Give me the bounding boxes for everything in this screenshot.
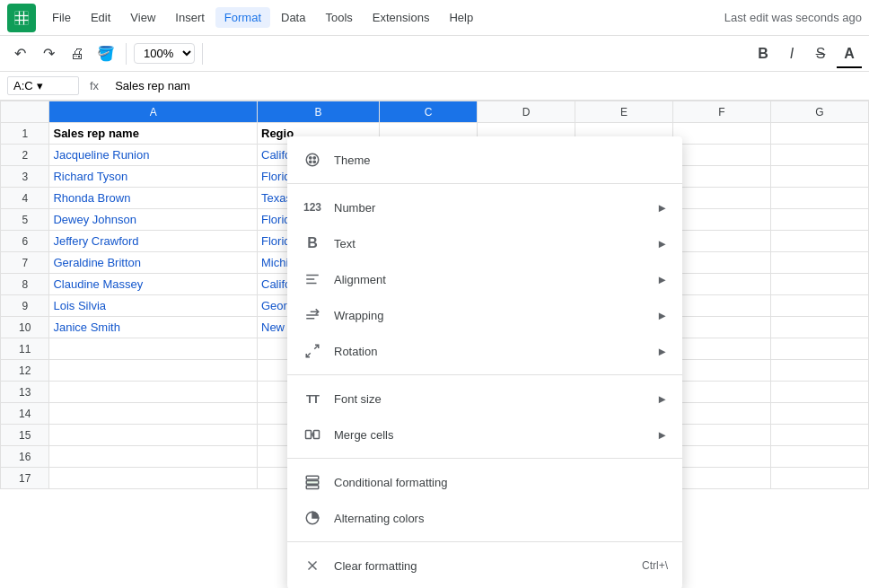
cell-G15[interactable] bbox=[771, 425, 869, 446]
col-header-g[interactable]: G bbox=[771, 101, 869, 123]
dropdown-item-alternating[interactable]: Alternating colors bbox=[287, 500, 682, 536]
menu-extensions[interactable]: Extensions bbox=[364, 7, 439, 28]
cell-G12[interactable] bbox=[771, 360, 869, 382]
cell-F6[interactable] bbox=[673, 231, 771, 252]
cell-G13[interactable] bbox=[771, 382, 869, 403]
cell-F9[interactable] bbox=[673, 295, 771, 317]
cell-reference[interactable]: A:C ▾ bbox=[7, 76, 79, 95]
menu-format[interactable]: Format bbox=[215, 7, 270, 28]
bold-button[interactable]: B bbox=[750, 41, 776, 66]
cell-G5[interactable] bbox=[771, 209, 869, 231]
cell-G8[interactable] bbox=[771, 274, 869, 295]
print-button[interactable]: 🖨 bbox=[65, 41, 90, 66]
cell-a2[interactable]: Jacqueline Runion bbox=[49, 145, 258, 166]
menu-file[interactable]: File bbox=[43, 7, 80, 28]
cell-F1[interactable] bbox=[673, 123, 771, 145]
cell-F4[interactable] bbox=[673, 188, 771, 209]
row-header-8[interactable]: 8 bbox=[1, 274, 49, 295]
cell-a14[interactable] bbox=[49, 403, 258, 425]
undo-button[interactable]: ↶ bbox=[7, 41, 32, 66]
cell-a8[interactable]: Claudine Massey bbox=[49, 274, 258, 295]
row-header-3[interactable]: 3 bbox=[1, 166, 49, 188]
dropdown-item-wrapping[interactable]: Wrapping ► bbox=[287, 297, 682, 333]
cell-G4[interactable] bbox=[771, 188, 869, 209]
cell-G6[interactable] bbox=[771, 231, 869, 252]
dropdown-item-number[interactable]: 123 Number ► bbox=[287, 189, 682, 225]
col-header-f[interactable]: F bbox=[673, 101, 771, 123]
row-header-7[interactable]: 7 bbox=[1, 252, 49, 274]
dropdown-item-theme[interactable]: Theme bbox=[287, 142, 682, 178]
col-header-e[interactable]: E bbox=[575, 101, 673, 123]
row-header-4[interactable]: 4 bbox=[1, 188, 49, 209]
cell-G11[interactable] bbox=[771, 338, 869, 360]
row-header-13[interactable]: 13 bbox=[1, 382, 49, 403]
menu-edit[interactable]: Edit bbox=[82, 7, 119, 28]
menu-data[interactable]: Data bbox=[272, 7, 314, 28]
cell-F16[interactable] bbox=[673, 446, 771, 468]
cell-G10[interactable] bbox=[771, 317, 869, 338]
dropdown-item-conditional[interactable]: Conditional formatting bbox=[287, 464, 682, 500]
italic-button[interactable]: I bbox=[779, 41, 804, 66]
cell-F12[interactable] bbox=[673, 360, 771, 382]
cell-a15[interactable] bbox=[49, 425, 258, 446]
cell-F3[interactable] bbox=[673, 166, 771, 188]
row-header-16[interactable]: 16 bbox=[1, 446, 49, 468]
cell-F14[interactable] bbox=[673, 403, 771, 425]
cell-a1[interactable]: Sales rep name bbox=[49, 123, 258, 145]
underline-button[interactable]: A bbox=[837, 41, 862, 66]
cell-a10[interactable]: Janice Smith bbox=[49, 317, 258, 338]
row-header-12[interactable]: 12 bbox=[1, 360, 49, 382]
cell-G3[interactable] bbox=[771, 166, 869, 188]
cell-a12[interactable] bbox=[49, 360, 258, 382]
cell-a4[interactable]: Rhonda Brown bbox=[49, 188, 258, 209]
menu-view[interactable]: View bbox=[121, 7, 164, 28]
strikethrough-button[interactable]: S bbox=[808, 41, 833, 66]
cell-G7[interactable] bbox=[771, 252, 869, 274]
cell-a13[interactable] bbox=[49, 382, 258, 403]
row-header-1[interactable]: 1 bbox=[1, 123, 49, 145]
col-header-a[interactable]: A bbox=[49, 101, 258, 123]
cell-a3[interactable]: Richard Tyson bbox=[49, 166, 258, 188]
row-header-14[interactable]: 14 bbox=[1, 403, 49, 425]
cell-G16[interactable] bbox=[771, 446, 869, 468]
dropdown-item-rotation[interactable]: Rotation ► bbox=[287, 333, 682, 369]
cell-F5[interactable] bbox=[673, 209, 771, 231]
cell-F10[interactable] bbox=[673, 317, 771, 338]
cell-F2[interactable] bbox=[673, 145, 771, 166]
row-header-5[interactable]: 5 bbox=[1, 209, 49, 231]
dropdown-item-text[interactable]: B Text ► bbox=[287, 225, 682, 261]
cell-a7[interactable]: Geraldine Britton bbox=[49, 252, 258, 274]
cell-G1[interactable] bbox=[771, 123, 869, 145]
cell-G17[interactable] bbox=[771, 468, 869, 489]
col-header-c[interactable]: C bbox=[380, 101, 478, 123]
cell-F17[interactable] bbox=[673, 468, 771, 489]
row-header-15[interactable]: 15 bbox=[1, 425, 49, 446]
row-header-9[interactable]: 9 bbox=[1, 295, 49, 317]
dropdown-item-clear[interactable]: Clear formatting Ctrl+\ bbox=[287, 548, 682, 584]
cell-a9[interactable]: Lois Silvia bbox=[49, 295, 258, 317]
menu-tools[interactable]: Tools bbox=[316, 7, 361, 28]
cell-F15[interactable] bbox=[673, 425, 771, 446]
menu-help[interactable]: Help bbox=[440, 7, 482, 28]
dropdown-item-fontsize[interactable]: TT Font size ► bbox=[287, 381, 682, 417]
menu-insert[interactable]: Insert bbox=[166, 7, 214, 28]
format-paint-button[interactable]: 🪣 bbox=[93, 41, 118, 66]
row-header-10[interactable]: 10 bbox=[1, 317, 49, 338]
row-header-17[interactable]: 17 bbox=[1, 468, 49, 489]
col-header-b[interactable]: B bbox=[258, 101, 380, 123]
dropdown-item-alignment[interactable]: Alignment ► bbox=[287, 261, 682, 297]
row-header-6[interactable]: 6 bbox=[1, 231, 49, 252]
cell-F8[interactable] bbox=[673, 274, 771, 295]
zoom-select[interactable]: 100% bbox=[134, 43, 195, 64]
row-header-11[interactable]: 11 bbox=[1, 338, 49, 360]
cell-F13[interactable] bbox=[673, 382, 771, 403]
cell-F11[interactable] bbox=[673, 338, 771, 360]
cell-F7[interactable] bbox=[673, 252, 771, 274]
cell-a6[interactable]: Jeffery Crawford bbox=[49, 231, 258, 252]
col-header-d[interactable]: D bbox=[478, 101, 575, 123]
cell-a11[interactable] bbox=[49, 338, 258, 360]
dropdown-item-merge[interactable]: Merge cells ► bbox=[287, 417, 682, 452]
redo-button[interactable]: ↷ bbox=[36, 41, 61, 66]
formula-input[interactable] bbox=[110, 77, 862, 94]
cell-a5[interactable]: Dewey Johnson bbox=[49, 209, 258, 231]
